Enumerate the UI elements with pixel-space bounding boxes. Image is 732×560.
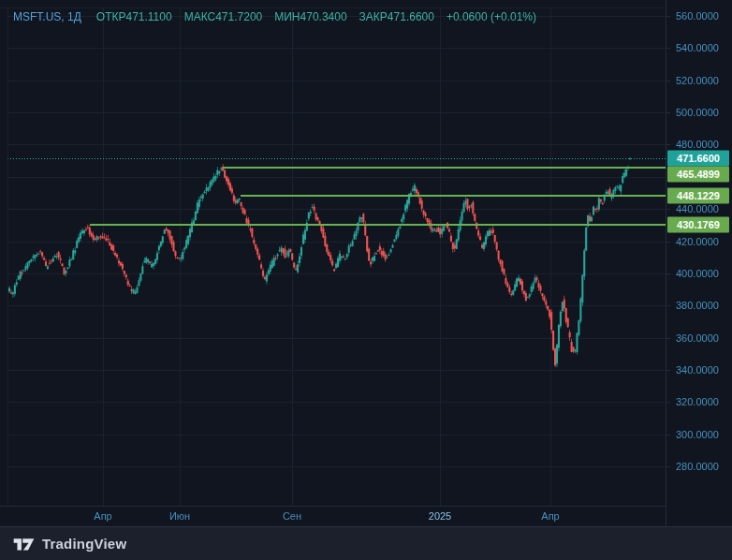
legend-change: +0.0600 (+0.01%) [447,10,536,23]
legend-close: ЗАКР471.6600 [359,10,434,23]
level-price-badge[interactable]: 448.1229 [667,188,729,204]
chart-legend: MSFT.US, 1Д ОТКР471.1100 МАКС471.7200 МИ… [13,10,549,23]
pane-left-border [7,7,8,506]
price-tick-label: 420.0000 [676,236,719,247]
price-tick-label: 540.0000 [676,42,719,53]
legend-high: МАКС471.7200 [184,10,263,23]
price-tick-label: 320.0000 [676,396,719,407]
time-label-month: Июн [169,510,190,522]
price-tick-mark [666,209,670,210]
price-tick-label: 400.0000 [676,268,719,279]
footer-bar: TradingView [0,526,732,560]
legend-low: МИН470.3400 [274,10,346,23]
price-tick-mark [666,144,670,145]
price-tick-label: 520.0000 [676,75,719,86]
price-axis[interactable]: 560.0000540.0000520.0000500.0000480.0000… [666,0,732,506]
time-axis[interactable]: АпрИюнСен2025Апр [0,506,666,526]
time-label-year: 2025 [429,510,451,522]
price-tick-label: 360.0000 [676,332,719,344]
level-price-badge[interactable]: 430.1769 [667,217,729,233]
time-label-month: Апр [541,510,559,522]
price-tick-label: 340.0000 [676,364,719,376]
price-tick-label: 560.0000 [676,10,719,22]
price-tick-mark [666,273,670,274]
price-tick-mark [666,242,670,243]
symbol-interval-label[interactable]: MSFT.US, 1Д [13,10,81,23]
time-label-month: Сен [283,510,301,522]
price-tick-mark [666,305,670,306]
price-tick-label: 500.0000 [676,107,719,118]
legend-open: ОТКР471.1100 [96,10,172,23]
tradingview-logo-icon[interactable] [13,536,35,553]
chart-window: MSFT.US, 1Д ОТКР471.1100 МАКС471.7200 МИ… [0,0,732,560]
price-tick-mark [666,338,670,339]
price-tick-mark [666,435,670,435]
price-tick-label: 280.0000 [676,461,719,472]
tradingview-brand-text[interactable]: TradingView [42,536,126,552]
price-tick-mark [666,81,670,81]
time-label-month: Апр [94,510,111,522]
price-tick-mark [666,112,670,113]
pane-top-border [0,7,666,8]
level-price-badge[interactable]: 465.4899 [667,167,729,183]
price-tick-mark [666,402,670,403]
price-tick-mark [666,16,670,17]
price-tick-mark [666,48,670,49]
price-tick-label: 440.0000 [676,203,719,214]
price-chart-canvas[interactable] [0,0,732,560]
last-price-badge: 471.6600 [667,150,729,166]
price-tick-label: 480.0000 [676,139,719,150]
price-tick-label: 300.0000 [676,429,719,440]
price-tick-mark [666,370,670,371]
price-tick-label: 380.0000 [676,300,719,311]
price-tick-mark [666,466,670,467]
